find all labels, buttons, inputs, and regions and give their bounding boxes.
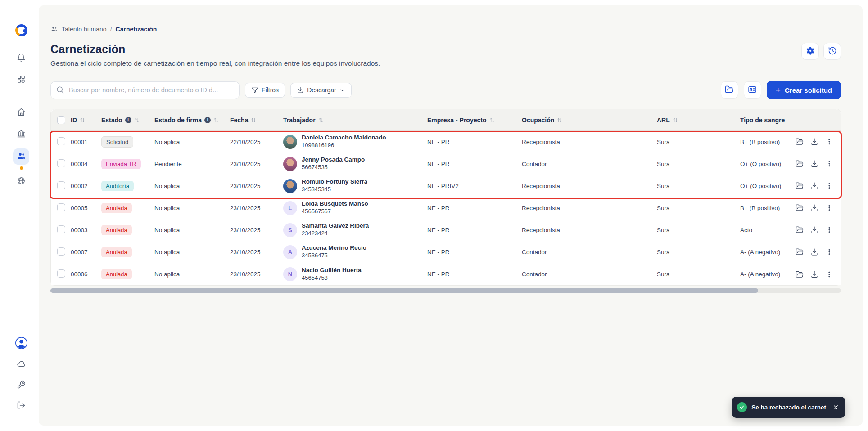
row-menu-button[interactable] <box>823 180 835 192</box>
row-checkbox[interactable] <box>57 225 65 233</box>
worker-avatar: L <box>283 201 297 215</box>
row-checkbox[interactable] <box>57 247 65 256</box>
cell-ocupacion: Recepcionista <box>522 227 657 233</box>
row-download-button[interactable] <box>808 268 820 281</box>
table-row[interactable]: 00004 Enviada TR Pendiente 23/10/2025 Je… <box>51 153 841 175</box>
sidebar-item-company[interactable] <box>13 126 29 142</box>
filters-button[interactable]: Filtros <box>245 83 285 98</box>
table-row[interactable]: 00007 Anulada No aplica 23/10/2025 A Azu… <box>51 241 841 263</box>
main-content: Talento humano / Carnetización Carnetiza… <box>39 5 863 426</box>
breadcrumb-separator: / <box>110 26 112 33</box>
settings-button[interactable] <box>801 43 819 60</box>
sort-icon[interactable] <box>557 117 562 123</box>
column-header-estado[interactable]: Estado i <box>101 117 154 124</box>
column-header-sangre[interactable]: Tipo de sangre <box>740 117 793 124</box>
sort-icon[interactable] <box>134 117 140 123</box>
tools-wrench-button[interactable] <box>13 377 29 393</box>
card-view-button[interactable] <box>744 81 761 99</box>
history-button[interactable] <box>823 43 841 60</box>
user-avatar-button[interactable] <box>13 336 29 352</box>
folder-view-button[interactable] <box>721 81 738 99</box>
sidebar-item-people[interactable] <box>13 148 29 170</box>
row-folder-button[interactable] <box>793 268 805 281</box>
cell-fecha: 23/10/2025 <box>230 205 283 211</box>
cell-fecha: 23/10/2025 <box>230 227 283 233</box>
sort-icon[interactable] <box>251 117 256 123</box>
row-download-button[interactable] <box>808 246 820 258</box>
sort-icon[interactable] <box>80 117 85 123</box>
search-input[interactable] <box>50 81 240 99</box>
data-table: ID Estado i Estado de firma i Fecha <box>50 109 841 286</box>
row-folder-button[interactable] <box>793 202 805 214</box>
row-folder-button[interactable] <box>793 224 805 236</box>
table-row[interactable]: 00005 Anulada No aplica 23/10/2025 L Loi… <box>51 197 841 219</box>
column-header-empresa[interactable]: Empresa - Proyecto <box>427 117 522 124</box>
row-checkbox[interactable] <box>57 137 65 145</box>
app-logo[interactable] <box>15 24 27 36</box>
sidebar-item-people-active-bg[interactable] <box>13 148 29 165</box>
sort-icon[interactable] <box>213 117 219 123</box>
cloud-sync-button[interactable] <box>13 356 29 373</box>
row-folder-button[interactable] <box>793 135 805 148</box>
cell-empresa-proyecto: NE - PR <box>427 227 522 233</box>
row-checkbox[interactable] <box>57 159 65 167</box>
sort-icon[interactable] <box>673 117 678 123</box>
column-header-trabajador[interactable]: Trabajador <box>283 117 427 124</box>
cell-estado-firma: No aplica <box>154 183 230 189</box>
column-header-ocupacion[interactable]: Ocupación <box>522 117 657 124</box>
table-row[interactable]: 00003 Anulada No aplica 23/10/2025 S Sam… <box>51 219 841 241</box>
row-download-button[interactable] <box>808 180 820 192</box>
column-header-id[interactable]: ID <box>71 117 101 124</box>
cell-empresa-proyecto: NE - PRIV2 <box>427 183 522 189</box>
cell-empresa-proyecto: NE - PR <box>427 205 522 211</box>
row-checkbox[interactable] <box>57 269 65 278</box>
row-folder-button[interactable] <box>793 180 805 192</box>
info-icon[interactable]: i <box>204 117 211 123</box>
cell-arl: Sura <box>657 205 740 211</box>
row-download-button[interactable] <box>808 202 820 214</box>
page-header: Carnetización Gestiona el ciclo completo… <box>50 43 841 67</box>
sort-icon[interactable] <box>318 117 324 123</box>
create-request-button[interactable]: + Crear solicitud <box>767 81 841 99</box>
row-download-button[interactable] <box>808 224 820 236</box>
sidebar-item-globe[interactable] <box>13 173 29 189</box>
horizontal-scrollbar[interactable] <box>50 288 841 293</box>
row-folder-button[interactable] <box>793 246 805 258</box>
cell-tipo-sangre: A- (A negativo) <box>740 271 793 278</box>
row-menu-button[interactable] <box>823 268 835 281</box>
column-header-firma[interactable]: Estado de firma i <box>154 117 230 124</box>
table-row[interactable]: 00001 Solicitud No aplica 22/10/2025 Dan… <box>51 131 841 153</box>
row-folder-button[interactable] <box>793 157 805 170</box>
cell-fecha: 23/10/2025 <box>230 249 283 256</box>
apps-menu-button[interactable] <box>13 72 29 88</box>
worker-document: 34536475 <box>302 252 366 259</box>
status-badge: Anulada <box>101 203 132 213</box>
breadcrumb-section[interactable]: Talento humano <box>62 26 107 33</box>
toast-close-button[interactable] <box>832 404 839 411</box>
cell-arl: Sura <box>657 139 740 145</box>
info-icon[interactable]: i <box>125 117 131 123</box>
table-row[interactable]: 00002 Auditoría No aplica 23/10/2025 Róm… <box>51 175 841 197</box>
column-header-fecha[interactable]: Fecha <box>230 117 283 124</box>
worker-name: Rómulo Fortuny Sierra <box>302 178 367 186</box>
select-all-checkbox[interactable] <box>57 116 65 124</box>
breadcrumb-current[interactable]: Carnetización <box>116 26 157 33</box>
row-download-button[interactable] <box>808 157 820 170</box>
row-menu-button[interactable] <box>823 224 835 236</box>
breadcrumb-people-icon <box>50 25 58 33</box>
row-menu-button[interactable] <box>823 202 835 214</box>
table-row[interactable]: 00006 Anulada No aplica 23/10/2025 N Nac… <box>51 263 841 285</box>
row-menu-button[interactable] <box>823 246 835 258</box>
notifications-bell-button[interactable] <box>13 50 29 66</box>
row-checkbox[interactable] <box>57 203 65 211</box>
logout-button[interactable] <box>13 398 29 414</box>
row-checkbox[interactable] <box>57 181 65 189</box>
sort-icon[interactable] <box>489 117 495 123</box>
column-header-arl[interactable]: ARL <box>657 117 740 124</box>
row-download-button[interactable] <box>808 135 820 148</box>
scrollbar-thumb[interactable] <box>50 288 758 293</box>
row-menu-button[interactable] <box>823 157 835 170</box>
download-button[interactable]: Descargar <box>290 83 352 98</box>
sidebar-item-home[interactable] <box>13 104 29 121</box>
row-menu-button[interactable] <box>823 135 835 148</box>
